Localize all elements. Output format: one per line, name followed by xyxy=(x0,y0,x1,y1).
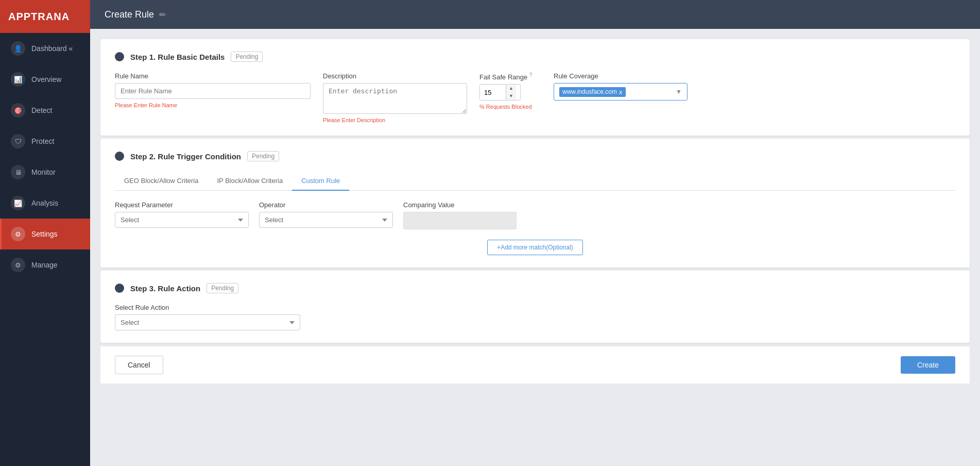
select-action-label: Select Rule Action xyxy=(115,304,300,311)
select-action-select[interactable]: Select xyxy=(115,314,300,330)
step1-title: Step 1. Rule Basic Details xyxy=(130,53,225,61)
step3-card: Step 3. Rule Action Pending Select Rule … xyxy=(100,271,970,343)
form-footer: Cancel Create xyxy=(100,346,970,384)
add-match-button[interactable]: +Add more match(Optional) xyxy=(487,240,583,255)
spinner-arrows: ▲ ▼ xyxy=(506,85,516,100)
step2-badge: Pending xyxy=(247,151,279,161)
tab-ip[interactable]: IP Block/Allow Criteria xyxy=(208,172,292,191)
logo-text: APPTRANA xyxy=(8,11,70,23)
fail-safe-label: Fail Safe Range ? xyxy=(479,72,541,81)
sidebar-item-label: Analysis xyxy=(31,199,58,207)
tab-custom[interactable]: Custom Rule xyxy=(292,172,349,191)
monitor-icon: 🖥 xyxy=(11,165,25,179)
rule-name-group: Rule Name Please Enter Rule Name xyxy=(115,72,311,108)
select-action-group: Select Rule Action Select xyxy=(115,304,300,330)
spinner-up[interactable]: ▲ xyxy=(506,85,516,92)
sidebar-item-label: Detect xyxy=(31,106,52,114)
rule-coverage-group: Rule Coverage www.indusface.com x ▼ xyxy=(554,72,687,101)
sidebar-item-label: Overview xyxy=(31,75,61,84)
step2-dot xyxy=(115,152,124,161)
spinner-down[interactable]: ▼ xyxy=(506,92,516,100)
tab-geo[interactable]: GEO Block/Allow Criteria xyxy=(115,172,208,191)
step3-badge: Pending xyxy=(207,283,238,293)
sidebar-item-overview[interactable]: 📊 Overview xyxy=(0,64,90,95)
step1-form-row: Rule Name Please Enter Rule Name Descrip… xyxy=(115,72,955,123)
sidebar-item-settings[interactable]: ⚙ Settings xyxy=(0,219,90,249)
create-button[interactable]: Create xyxy=(901,356,955,374)
fail-safe-input[interactable] xyxy=(480,85,506,100)
fail-safe-spinner: ▲ ▼ xyxy=(479,84,521,101)
rule-name-input[interactable] xyxy=(115,83,311,99)
coverage-tag-remove[interactable]: x xyxy=(619,88,623,96)
operator-select[interactable]: Select xyxy=(259,212,393,228)
step2-tabs: GEO Block/Allow Criteria IP Block/Allow … xyxy=(115,172,955,191)
rule-coverage-label: Rule Coverage xyxy=(554,72,687,80)
request-param-label: Request Parameter xyxy=(115,201,249,209)
step3-dot xyxy=(115,284,124,293)
step3-title: Step 3. Rule Action xyxy=(130,284,200,293)
protect-icon: 🛡 xyxy=(11,134,25,148)
request-param-select[interactable]: Select xyxy=(115,212,249,228)
sidebar-item-label: Monitor xyxy=(31,168,56,176)
edit-icon[interactable]: ✏ xyxy=(159,10,166,20)
manage-icon: ⚙ xyxy=(11,258,25,272)
step2-header: Step 2. Rule Trigger Condition Pending xyxy=(115,151,955,161)
add-match-optional: (Optional) xyxy=(546,244,573,251)
dashboard-icon: 👤 xyxy=(11,41,25,56)
step2-title: Step 2. Rule Trigger Condition xyxy=(130,152,241,161)
settings-icon: ⚙ xyxy=(11,227,25,241)
comparing-input[interactable] xyxy=(403,212,517,229)
sidebar-item-label: Settings xyxy=(31,230,58,238)
cancel-button[interactable]: Cancel xyxy=(115,356,163,374)
rule-name-error: Please Enter Rule Name xyxy=(115,102,311,108)
step1-badge: Pending xyxy=(231,52,263,62)
sidebar-item-label: Dashboard « xyxy=(31,44,73,53)
comparing-group: Comparing Value xyxy=(403,201,527,229)
trigger-cols: Request Parameter Select Operator Select… xyxy=(115,201,955,229)
sidebar-item-dashboard[interactable]: 👤 Dashboard « xyxy=(0,33,90,64)
sidebar-item-manage[interactable]: ⚙ Manage xyxy=(0,249,90,280)
content-area: Step 1. Rule Basic Details Pending Rule … xyxy=(90,29,980,466)
coverage-tag-text: www.indusface.com xyxy=(562,88,617,95)
logo: APPTRANA xyxy=(0,0,90,33)
operator-label: Operator xyxy=(259,201,393,209)
fail-safe-error: % Requests Blocked xyxy=(479,104,541,110)
description-error: Please Enter Description xyxy=(323,117,467,123)
step1-dot xyxy=(115,52,124,61)
description-label: Description xyxy=(323,72,467,80)
coverage-chevron-icon: ▼ xyxy=(676,88,682,95)
description-input[interactable] xyxy=(323,83,467,114)
sidebar-item-label: Manage xyxy=(31,261,58,269)
sidebar-item-analysis[interactable]: 📈 Analysis xyxy=(0,188,90,219)
sidebar-item-detect[interactable]: 🎯 Detect xyxy=(0,95,90,126)
coverage-tag: www.indusface.com x xyxy=(559,87,626,97)
request-param-group: Request Parameter Select xyxy=(115,201,249,228)
analysis-icon: 📈 xyxy=(11,196,25,210)
detect-icon: 🎯 xyxy=(11,103,25,118)
page-header: Create Rule ✏ xyxy=(90,0,980,29)
comparing-label: Comparing Value xyxy=(403,201,527,209)
step1-header: Step 1. Rule Basic Details Pending xyxy=(115,52,955,62)
page-title: Create Rule xyxy=(105,9,154,20)
sidebar-item-label: Protect xyxy=(31,137,54,145)
sidebar-item-monitor[interactable]: 🖥 Monitor xyxy=(0,157,90,188)
fail-safe-group: Fail Safe Range ? ▲ ▼ % Requests Blocked xyxy=(479,72,541,110)
step1-card: Step 1. Rule Basic Details Pending Rule … xyxy=(100,39,970,136)
sidebar: APPTRANA 👤 Dashboard « 📊 Overview 🎯 Dete… xyxy=(0,0,90,466)
step3-header: Step 3. Rule Action Pending xyxy=(115,283,955,293)
main-content: Create Rule ✏ Step 1. Rule Basic Details… xyxy=(90,0,980,466)
add-match-label: +Add more match xyxy=(497,244,546,251)
rule-name-label: Rule Name xyxy=(115,72,311,80)
overview-icon: 📊 xyxy=(11,72,25,87)
rule-coverage-select[interactable]: www.indusface.com x ▼ xyxy=(554,83,687,101)
description-group: Description Please Enter Description xyxy=(323,72,467,123)
sidebar-item-protect[interactable]: 🛡 Protect xyxy=(0,126,90,157)
operator-group: Operator Select xyxy=(259,201,393,228)
step2-card: Step 2. Rule Trigger Condition Pending G… xyxy=(100,139,970,268)
